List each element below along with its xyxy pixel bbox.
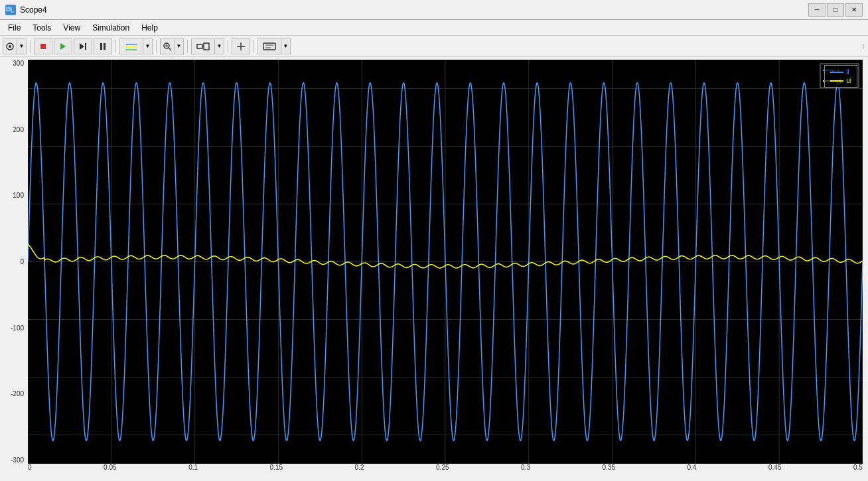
- pause-button[interactable]: [94, 38, 112, 54]
- zoom-dropdown[interactable]: ▼: [175, 38, 184, 54]
- svg-rect-10: [104, 43, 106, 50]
- legend-item-ii: ii: [830, 68, 851, 76]
- y-label-n200: -200: [11, 390, 25, 397]
- x-label-01: 0.1: [188, 464, 198, 471]
- app-icon: [5, 5, 16, 15]
- legend-label-ui: ui: [846, 77, 851, 84]
- menu-help[interactable]: Help: [136, 22, 163, 34]
- y-axis: 300 200 100 0 -100 -200 -300: [1, 60, 25, 464]
- title-bar: Scope4 ─ □ ✕: [0, 0, 868, 20]
- y-label-n100: -100: [11, 324, 25, 332]
- svg-marker-7: [80, 43, 84, 50]
- x-label-05: 0.5: [853, 464, 863, 471]
- plot-wrapper: 300 200 100 0 -100 -200 -300 ii ui: [0, 57, 868, 481]
- properties-tool: ▼: [257, 38, 291, 54]
- x-label-0: 0: [28, 464, 32, 471]
- x-label-02: 0.2: [355, 464, 364, 471]
- resize-handle: ↕: [862, 42, 865, 50]
- zoom-button[interactable]: [160, 38, 175, 54]
- svg-rect-8: [85, 43, 86, 50]
- scale-dropdown[interactable]: ▼: [215, 38, 224, 54]
- menu-file[interactable]: File: [3, 22, 26, 34]
- x-label-045: 0.45: [768, 464, 781, 471]
- close-button[interactable]: ✕: [845, 3, 863, 17]
- svg-rect-19: [204, 43, 209, 50]
- print-button[interactable]: [3, 38, 17, 54]
- maximize-button[interactable]: □: [827, 3, 844, 17]
- sep3: [156, 40, 157, 53]
- plot-area[interactable]: ii ui: [28, 60, 863, 464]
- x-label-025: 0.25: [436, 464, 449, 471]
- svg-rect-9: [100, 43, 102, 50]
- sep5: [228, 40, 228, 53]
- svg-marker-6: [60, 43, 66, 50]
- toolbar: ▼ ▼ ▼: [0, 36, 868, 57]
- y-label-300: 300: [13, 60, 25, 67]
- legend-line-ii: [830, 72, 843, 73]
- legend-item-ui: ui: [830, 77, 851, 84]
- main-content: 300 200 100 0 -100 -200 -300 ii ui: [0, 57, 868, 481]
- scale-button[interactable]: [191, 38, 215, 54]
- svg-line-15: [169, 48, 171, 50]
- y-label-n300: -300: [11, 456, 25, 464]
- scale-tool: ▼: [191, 38, 224, 54]
- menu-simulation[interactable]: Simulation: [87, 22, 135, 34]
- menu-bar: File Tools View Simulation Help: [0, 20, 868, 36]
- channels-dropdown[interactable]: ▼: [143, 38, 153, 54]
- zoom-tool: ▼: [160, 38, 184, 54]
- sep2: [115, 40, 116, 53]
- x-label-005: 0.05: [104, 464, 116, 471]
- channels-tool: ▼: [119, 38, 153, 54]
- sep6: [253, 40, 254, 53]
- svg-rect-5: [40, 44, 46, 49]
- legend-label-ii: ii: [846, 68, 849, 76]
- menu-tools[interactable]: Tools: [27, 22, 56, 34]
- step-forward-button[interactable]: [74, 38, 92, 54]
- sep1: [30, 40, 31, 53]
- properties-button[interactable]: [257, 38, 281, 54]
- x-label-015: 0.15: [270, 464, 283, 471]
- legend-box: ii ui: [824, 65, 857, 88]
- properties-dropdown[interactable]: ▼: [281, 38, 291, 54]
- x-label-035: 0.35: [603, 464, 615, 471]
- x-axis: 0 0.05 0.1 0.15 0.2 0.25 0.3 0.35 0.4 0.…: [28, 464, 863, 478]
- minimize-button[interactable]: ─: [808, 3, 826, 17]
- run-button[interactable]: [54, 38, 72, 54]
- menu-view[interactable]: View: [58, 22, 86, 34]
- print-dropdown[interactable]: ▼: [17, 38, 27, 54]
- svg-rect-18: [197, 44, 202, 48]
- svg-point-4: [9, 45, 11, 48]
- window-controls: ─ □ ✕: [808, 3, 863, 17]
- channels-button[interactable]: [119, 38, 143, 54]
- legend-line-ui: [830, 80, 843, 82]
- window-title: Scope4: [20, 5, 47, 15]
- cursors-button[interactable]: [232, 38, 250, 54]
- stop-button[interactable]: [34, 38, 52, 54]
- y-label-0: 0: [20, 258, 25, 265]
- y-label-200: 200: [13, 126, 25, 133]
- y-label-100: 100: [13, 192, 25, 199]
- sep4: [187, 40, 188, 53]
- print-tool: ▼: [3, 38, 27, 54]
- plot-canvas: [28, 60, 863, 464]
- svg-rect-23: [263, 43, 275, 50]
- x-label-04: 0.4: [687, 464, 697, 471]
- x-label-03: 0.3: [521, 464, 530, 471]
